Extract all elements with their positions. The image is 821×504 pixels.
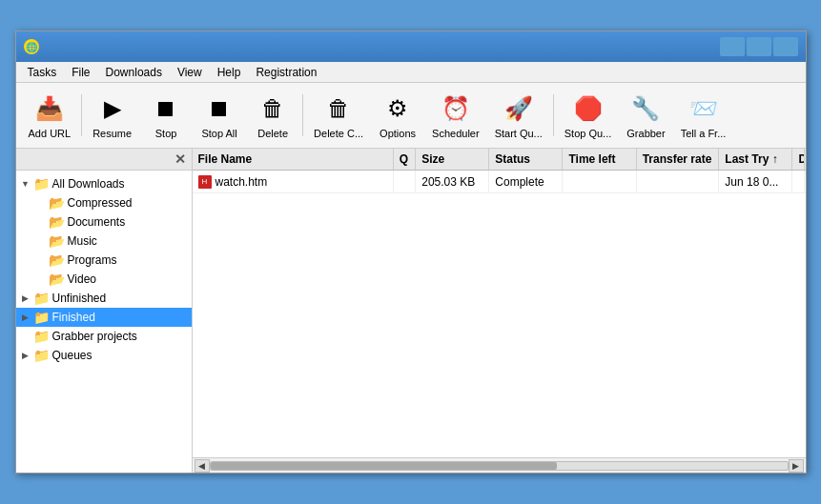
toolbar-btn-label-grabber: Grabber <box>626 128 665 139</box>
toolbar-btn-stop-all[interactable]: ⏹Stop All <box>194 87 245 144</box>
sidebar-item-music[interactable]: 📂Music <box>16 232 192 251</box>
menu-item-downloads[interactable]: Downloads <box>98 64 170 81</box>
sidebar-item-programs[interactable]: 📂Programs <box>16 251 192 270</box>
toolbar-btn-label-tell-fr: Tell a Fr... <box>681 128 727 139</box>
tree-area: ▼📁All Downloads📂Compressed📂Documents📂Mus… <box>16 171 192 473</box>
toolbar-btn-label-delete: Delete <box>257 128 288 139</box>
sidebar-item-label-video: Video <box>68 272 96 286</box>
toolbar-btn-delete-c[interactable]: 🗑Delete C... <box>307 87 370 144</box>
col-header-transferrate[interactable]: Transfer rate <box>637 149 720 170</box>
toolbar-btn-add-url[interactable]: 📥Add URL <box>22 87 78 144</box>
tree-toggle-documents <box>35 216 47 228</box>
col-header-timeleft[interactable]: Time left <box>563 149 636 170</box>
scrollbar-track[interactable] <box>210 461 789 471</box>
scrollbar-thumb[interactable] <box>211 462 557 470</box>
menu-item-registration[interactable]: Registration <box>248 64 324 81</box>
cell-transferrate <box>637 171 720 192</box>
toolbar-btn-stop[interactable]: ⏹Stop <box>140 87 192 144</box>
toolbar-btn-delete[interactable]: 🗑Delete <box>247 87 298 144</box>
resume-icon: ▶ <box>95 91 130 126</box>
menu-bar: TasksFileDownloadsViewHelpRegistration <box>16 62 806 83</box>
sidebar-item-finished[interactable]: ▶📁Finished <box>16 308 192 327</box>
list-header: File Name Q Size Status Time left Transf… <box>193 149 806 171</box>
sidebar-item-all-downloads[interactable]: ▼📁All Downloads <box>16 174 192 193</box>
menu-item-view[interactable]: View <box>170 64 210 81</box>
stop-icon: ⏹ <box>149 91 183 126</box>
cell-desc <box>792 171 805 192</box>
toolbar-btn-grabber[interactable]: 🔧Grabber <box>620 87 671 144</box>
toolbar: 📥Add URL▶Resume⏹Stop⏹Stop All🗑Delete🗑Del… <box>16 83 806 149</box>
sidebar-item-label-unfinished: Unfinished <box>52 292 107 305</box>
table-row[interactable]: H watch.htm 205.03 KB Complete Jun 18 0.… <box>193 171 806 193</box>
stop-all-icon: ⏹ <box>202 91 236 126</box>
tree-folder-icon-unfinished: 📁 <box>33 291 50 306</box>
cell-status: Complete <box>489 171 563 192</box>
col-header-size[interactable]: Size <box>416 149 489 170</box>
sidebar: ✕ ▼📁All Downloads📂Compressed📂Documents📂M… <box>16 149 193 473</box>
sidebar-item-queues[interactable]: ▶📁Queues <box>16 346 192 365</box>
toolbar-btn-stop-qu[interactable]: 🛑Stop Qu... <box>558 87 619 144</box>
cell-timeleft <box>563 171 636 192</box>
toolbar-btn-label-delete-c: Delete C... <box>314 128 363 139</box>
sidebar-item-compressed[interactable]: 📂Compressed <box>16 193 192 212</box>
tree-folder-icon-all-downloads: 📁 <box>33 176 50 192</box>
sidebar-item-label-grabber-projects: Grabber projects <box>52 330 137 343</box>
scroll-left-button[interactable]: ◀ <box>195 459 210 473</box>
cell-q <box>394 171 417 192</box>
horizontal-scrollbar: ◀ ▶ <box>193 457 806 473</box>
sidebar-item-label-queues: Queues <box>52 349 92 362</box>
col-header-q[interactable]: Q <box>394 149 417 170</box>
tree-folder-icon-grabber-projects: 📁 <box>33 329 50 344</box>
col-header-desc[interactable]: Description <box>792 149 805 170</box>
restore-button[interactable] <box>747 37 771 56</box>
title-bar: 🌐 <box>16 31 806 62</box>
title-controls <box>720 37 798 56</box>
toolbar-btn-label-options: Options <box>380 128 416 139</box>
toolbar-separator <box>553 94 554 136</box>
minimize-button[interactable] <box>720 37 745 56</box>
file-icon: H <box>198 175 212 189</box>
menu-item-help[interactable]: Help <box>210 64 249 81</box>
tree-toggle-unfinished: ▶ <box>20 292 31 304</box>
title-bar-left: 🌐 <box>24 39 45 54</box>
delete-c-icon: 🗑 <box>321 91 356 126</box>
sidebar-item-label-all-downloads: All Downloads <box>52 177 125 191</box>
toolbar-btn-scheduler[interactable]: ⏰Scheduler <box>425 87 486 144</box>
toolbar-btn-label-scheduler: Scheduler <box>432 128 480 139</box>
sidebar-header: ✕ <box>16 149 192 171</box>
toolbar-btn-resume[interactable]: ▶Resume <box>86 87 138 144</box>
tree-toggle-compressed <box>35 197 47 209</box>
menu-item-tasks[interactable]: Tasks <box>20 64 65 81</box>
sidebar-item-unfinished[interactable]: ▶📁Unfinished <box>16 289 192 308</box>
toolbar-btn-label-resume: Resume <box>92 128 132 139</box>
content-area: File Name Q Size Status Time left Transf… <box>193 149 806 473</box>
start-qu-icon: 🚀 <box>502 91 536 126</box>
tree-toggle-all-downloads: ▼ <box>20 178 31 190</box>
close-button[interactable] <box>773 37 798 56</box>
tree-folder-icon-finished: 📁 <box>33 310 50 325</box>
sidebar-close-button[interactable]: ✕ <box>174 151 186 167</box>
col-header-status[interactable]: Status <box>489 149 563 170</box>
add-url-icon: 📥 <box>32 91 67 126</box>
main-area: ✕ ▼📁All Downloads📂Compressed📂Documents📂M… <box>16 149 806 473</box>
sidebar-item-label-compressed: Compressed <box>68 196 133 210</box>
sidebar-item-documents[interactable]: 📂Documents <box>16 212 192 232</box>
toolbar-btn-label-stop-all: Stop All <box>201 128 236 139</box>
toolbar-btn-label-stop: Stop <box>155 128 177 139</box>
scroll-right-button[interactable]: ▶ <box>789 459 804 473</box>
toolbar-btn-tell-fr[interactable]: 📨Tell a Fr... <box>674 87 733 144</box>
tree-folder-icon-documents: 📂 <box>49 214 65 230</box>
scheduler-icon: ⏰ <box>439 91 473 126</box>
tree-toggle-grabber-projects <box>20 331 31 342</box>
toolbar-btn-label-stop-qu: Stop Qu... <box>564 128 612 139</box>
grabber-icon: 🔧 <box>628 91 663 126</box>
tree-folder-icon-programs: 📂 <box>49 252 65 268</box>
menu-item-file[interactable]: File <box>64 64 97 81</box>
col-header-lasttry[interactable]: Last Try ↑ <box>719 149 792 170</box>
toolbar-btn-start-qu[interactable]: 🚀Start Qu... <box>488 87 549 144</box>
toolbar-btn-options[interactable]: ⚙Options <box>372 87 423 144</box>
tree-toggle-queues: ▶ <box>20 350 31 361</box>
col-header-name[interactable]: File Name <box>193 149 394 170</box>
sidebar-item-video[interactable]: 📂Video <box>16 270 192 289</box>
sidebar-item-grabber-projects[interactable]: 📁Grabber projects <box>16 327 192 346</box>
